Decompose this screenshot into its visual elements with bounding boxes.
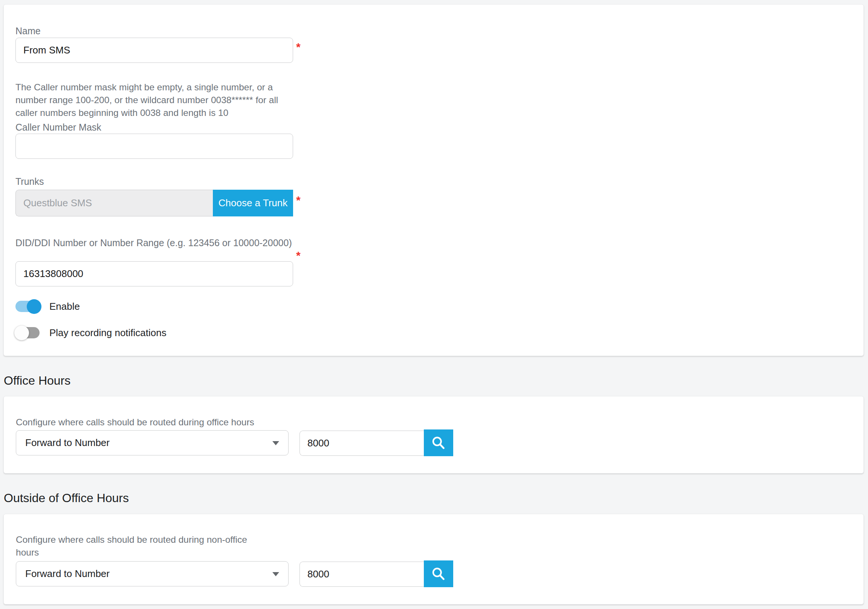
search-icon [430, 435, 447, 451]
outside-office-hours-heading: Outside of Office Hours [4, 491, 129, 505]
outside-office-hours-card: Configure where calls should be routed d… [3, 514, 864, 604]
enable-toggle-row: Enable [16, 299, 80, 314]
after-hours-number-group [299, 561, 453, 587]
office-hours-heading: Office Hours [4, 374, 70, 388]
office-hours-number-input[interactable] [299, 431, 424, 456]
chevron-down-icon [272, 572, 279, 576]
caller-number-mask-input[interactable] [16, 134, 293, 159]
search-icon [430, 566, 447, 582]
enable-toggle[interactable] [16, 299, 42, 314]
outside-office-hours-route-row: Forward to Number [16, 561, 453, 587]
trunks-label: Trunks [16, 176, 44, 187]
enable-label: Enable [50, 301, 80, 312]
toggle-knob [27, 299, 42, 314]
office-hours-search-button[interactable] [424, 430, 453, 456]
office-hours-route-value: Forward to Number [25, 437, 110, 448]
did-number-label: DID/DDI Number or Number Range (e.g. 123… [16, 236, 294, 249]
play-recording-notifications-toggle[interactable] [16, 326, 42, 340]
general-settings-card: Name * The Caller number mask might be e… [3, 4, 864, 356]
chevron-down-icon [272, 441, 279, 445]
required-asterisk: * [296, 249, 301, 262]
after-hours-route-value: Forward to Number [25, 568, 110, 579]
play-recording-notifications-label: Play recording notifications [50, 327, 166, 339]
trunk-field-group: Choose a Trunk [16, 190, 293, 216]
office-hours-route-row: Forward to Number [16, 430, 453, 456]
trunk-display-input [16, 190, 213, 216]
did-number-input[interactable] [16, 261, 293, 286]
caller-mask-help-text: The Caller number mask might be empty, a… [16, 81, 286, 119]
after-hours-search-button[interactable] [424, 560, 453, 587]
choose-trunk-button[interactable]: Choose a Trunk [213, 190, 293, 216]
required-asterisk: * [296, 194, 301, 207]
name-input[interactable] [16, 38, 293, 63]
office-hours-route-select[interactable]: Forward to Number [16, 430, 288, 456]
office-hours-description: Configure where calls should be routed d… [16, 416, 254, 429]
toggle-knob [14, 326, 29, 340]
required-asterisk: * [296, 41, 301, 53]
after-hours-route-select[interactable]: Forward to Number [16, 561, 288, 586]
name-label: Name [16, 26, 41, 37]
did-routing-settings-page: { "colors": { "page_bg": "#f4f5f6", "pri… [0, 0, 868, 609]
outside-office-hours-description: Configure where calls should be routed d… [16, 533, 272, 559]
office-hours-number-group [299, 430, 453, 456]
office-hours-card: Configure where calls should be routed d… [3, 396, 864, 473]
after-hours-number-input[interactable] [299, 561, 424, 587]
caller-mask-label: Caller Number Mask [16, 122, 101, 133]
recording-toggle-row: Play recording notifications [16, 326, 166, 340]
